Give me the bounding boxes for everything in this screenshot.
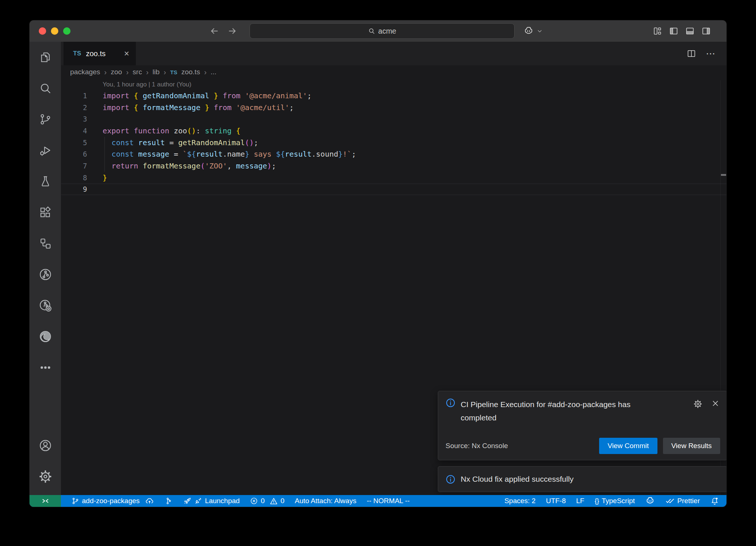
indentation-status[interactable]: Spaces: 2 [504, 497, 536, 505]
breadcrumb-item[interactable]: packages [70, 68, 100, 76]
code-text: return formatMessage('ZOO', message); [103, 161, 276, 170]
code-line[interactable]: 6 const message = `${result.name} says $… [61, 148, 726, 160]
eol-status[interactable]: LF [576, 497, 584, 505]
typescript-file-icon: TS [170, 69, 177, 75]
code-line[interactable]: 3 [61, 113, 726, 125]
ellipsis-icon [39, 361, 52, 374]
sidebar-item-source-control[interactable] [30, 104, 61, 135]
accounts-button[interactable] [30, 430, 61, 461]
more-actions-icon[interactable] [706, 48, 716, 59]
tab-label: zoo.ts [86, 50, 106, 58]
close-tab-icon[interactable]: × [124, 49, 129, 58]
settings-button[interactable] [30, 461, 61, 492]
maximize-window-button[interactable] [63, 27, 71, 35]
notification-close-icon[interactable] [711, 399, 719, 409]
encoding-label: UTF-8 [546, 497, 566, 505]
back-arrow-icon[interactable] [210, 26, 219, 36]
vscode-window: acme [30, 20, 726, 507]
sidebar-item-references[interactable] [30, 228, 61, 259]
code-text: } [103, 173, 107, 182]
launchpad-button[interactable]: Launchpad [183, 496, 240, 505]
minimize-window-button[interactable] [51, 27, 58, 35]
copilot-status[interactable] [645, 496, 655, 506]
sidebar-item-extensions[interactable] [30, 197, 61, 228]
code-line[interactable]: 4export function zoo(): string { [61, 125, 726, 137]
code-line[interactable]: 2import { formatMessage } from '@acme/ut… [61, 102, 726, 113]
files-icon [39, 51, 52, 64]
git-blame-annotation[interactable]: You, 1 hour ago | 1 author (You) [103, 81, 191, 88]
notification-source: Source: Nx Console [446, 442, 508, 450]
auto-attach-status[interactable]: Auto Attach: Always [295, 497, 357, 505]
code-line[interactable]: 9 [61, 184, 726, 195]
sidebar-item-explorer[interactable] [30, 42, 61, 73]
command-center-search[interactable]: acme [250, 23, 515, 39]
breadcrumb-item[interactable]: lib [152, 68, 159, 76]
run-debug-icon [39, 144, 52, 157]
toggle-primary-sidebar-icon[interactable] [669, 26, 678, 36]
bell-icon [710, 496, 719, 505]
spaces-label: Spaces: 2 [504, 497, 536, 505]
git-branch-icon [39, 113, 52, 126]
close-window-button[interactable] [39, 27, 46, 35]
breadcrumb-item[interactable]: src [133, 68, 142, 76]
search-icon [39, 82, 52, 95]
split-editor-icon[interactable] [687, 49, 696, 58]
git-branch-status[interactable]: add-zoo-packages [71, 496, 154, 505]
code-line[interactable]: 1import { getRandomAnimal } from '@acme/… [61, 90, 726, 102]
sidebar-item-run-debug[interactable] [30, 135, 61, 166]
publish-cloud-icon [145, 496, 154, 505]
line-number: 3 [61, 115, 87, 123]
view-results-button[interactable]: View Results [663, 438, 720, 454]
warning-icon [269, 497, 278, 505]
cursor-position-mark [721, 174, 726, 176]
sidebar-item-search[interactable] [30, 73, 61, 104]
formatter-status[interactable]: Prettier [665, 496, 700, 506]
warning-count: 0 [281, 497, 285, 505]
code-line[interactable]: 7 return formatMessage('ZOO', message); [61, 160, 726, 172]
remote-icon [41, 496, 50, 505]
customize-layout-icon[interactable] [653, 26, 662, 36]
tab-zoo-ts[interactable]: TS zoo.ts × [63, 42, 136, 65]
language-mode-status[interactable]: TypeScript [595, 497, 635, 505]
notification-ci-pipeline: CI Pipeline Execution for #add-zoo-packa… [438, 391, 726, 460]
breadcrumb-separator-icon [146, 68, 149, 76]
chevron-down-icon[interactable] [537, 28, 543, 34]
git-graph-button[interactable] [164, 497, 172, 505]
nx-console-icon [38, 267, 52, 281]
breadcrumb-file[interactable]: zoo.ts [181, 68, 200, 76]
view-commit-button[interactable]: View Commit [599, 438, 657, 454]
sidebar-item-more[interactable] [30, 352, 61, 383]
notification-settings-gear-icon[interactable] [693, 399, 702, 409]
error-icon [250, 497, 258, 505]
sidebar-item-nx-cloud[interactable] [30, 290, 61, 321]
toggle-secondary-sidebar-icon[interactable] [701, 26, 711, 36]
problems-button[interactable]: 0 0 [250, 497, 284, 505]
encoding-status[interactable]: UTF-8 [546, 497, 566, 505]
sidebar-item-nx-console[interactable] [30, 259, 61, 290]
notification-message: Nx Cloud fix applied successfully [461, 475, 574, 484]
copilot-icon[interactable] [523, 26, 534, 36]
forward-arrow-icon[interactable] [227, 26, 237, 36]
code-area[interactable]: 1import { getRandomAnimal } from '@acme/… [61, 90, 726, 195]
code-text: const result = getRandomAnimal(); [103, 138, 258, 147]
notifications-bell[interactable] [710, 496, 719, 505]
linked-boxes-icon [39, 237, 52, 250]
code-line[interactable]: 8} [61, 172, 726, 184]
breadcrumb-separator-icon [164, 68, 166, 76]
typescript-file-icon: TS [73, 50, 81, 57]
launchpad-label: Launchpad [205, 497, 240, 505]
sidebar-item-testing[interactable] [30, 166, 61, 197]
remote-indicator[interactable] [30, 495, 61, 507]
code-text: const message = `${result.name} says ${r… [103, 150, 356, 158]
vim-mode-status[interactable]: -- NORMAL -- [367, 497, 409, 505]
line-number: 1 [61, 92, 87, 100]
breadcrumb-separator-icon [204, 68, 207, 76]
toggle-panel-icon[interactable] [685, 26, 695, 36]
code-line[interactable]: 5 const result = getRandomAnimal(); [61, 137, 726, 149]
plug-icon [194, 497, 202, 505]
sidebar-item-edge-tools[interactable] [30, 321, 61, 352]
line-number: 4 [61, 127, 87, 135]
breadcrumb-item[interactable]: zoo [111, 68, 122, 76]
breadcrumb-more[interactable]: ... [211, 68, 217, 76]
code-text: import { getRandomAnimal } from '@acme/a… [103, 91, 312, 100]
